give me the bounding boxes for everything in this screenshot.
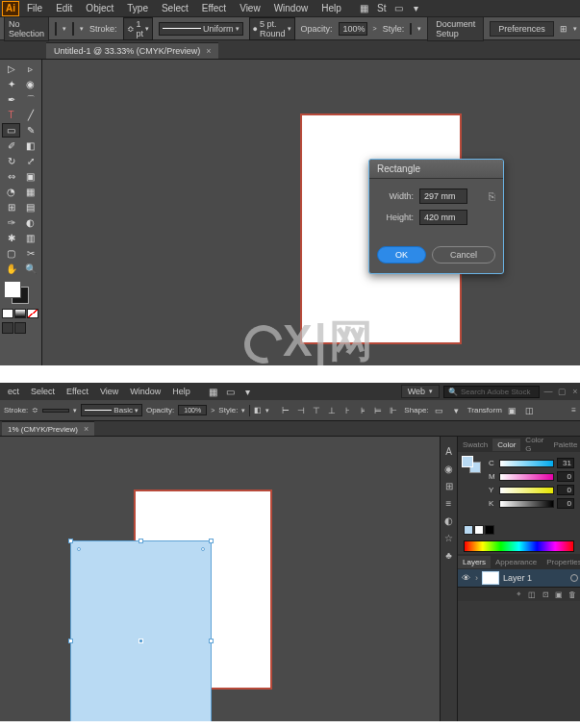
menu-view[interactable]: View [234,1,266,15]
curvature-tool[interactable]: ⌒ [21,92,39,107]
bridge-icon[interactable]: ▦ [357,2,372,15]
eyedropper-tool[interactable]: ✑ [2,215,20,230]
stroke-weight-b[interactable] [42,409,69,413]
color-fill-stroke[interactable] [462,456,483,477]
screen-mode-normal[interactable] [2,322,13,334]
isolate-icon[interactable]: ▣ [506,405,519,416]
scale-tool[interactable]: ⤢ [21,154,39,168]
menu-effect[interactable]: Effect [196,1,232,15]
distribute-v-icon[interactable]: ⊩ [387,405,400,416]
menu-edit[interactable]: Edit [50,1,78,15]
asset-panel-icon[interactable]: ☆ [442,531,456,544]
corner-radius-tr[interactable] [201,547,205,551]
align-top-icon[interactable]: ⊥ [325,405,339,416]
visibility-icon[interactable]: 👁 [460,572,471,584]
zoom-tool[interactable]: 🔍 [21,262,39,276]
fill-mode-gradient[interactable] [14,309,26,318]
locate-icon[interactable]: ⌖ [513,590,524,599]
tab-swatches[interactable]: Swatch [458,439,492,451]
slice-tool[interactable]: ✂ [21,246,39,261]
swatches-panel-icon[interactable]: ⊞ [442,479,456,492]
graph-tool[interactable]: ▥ [21,231,39,245]
opacity-value[interactable]: 100% [339,22,367,36]
delete-layer-icon[interactable]: 🗑 [567,590,578,599]
menu-window[interactable]: Window [268,1,315,15]
stroke-drop[interactable]: ▾ [73,407,77,414]
stroke-weight[interactable]: ≎1 pt▾ [123,17,154,40]
black-slider[interactable] [499,500,554,508]
stroke-drop-icon[interactable]: ▾ [80,25,84,33]
symbol-sprayer-tool[interactable]: ✱ [2,231,20,245]
direct-selection-tool[interactable]: ▹ [21,62,39,76]
arrange-drop-icon[interactable]: ▾ [409,2,424,15]
style-swatch[interactable] [410,23,412,35]
menu-effect-b[interactable]: Effect [63,385,92,398]
menu-help[interactable]: Help [315,1,347,15]
menu-window-b[interactable]: Window [126,385,164,398]
tab-palette[interactable]: Palette [548,439,580,451]
tab-layers[interactable]: Layers [458,556,491,568]
width-tool[interactable]: ⇔ [2,169,20,184]
fill-swatch[interactable] [55,22,57,36]
corner-radius-tl[interactable] [77,547,81,551]
maximize-icon[interactable]: ▢ [557,387,567,396]
character-panel-icon[interactable]: A [442,444,456,458]
preferences-button[interactable]: Preferences [490,21,554,37]
style-drop-icon[interactable]: ▾ [417,25,421,33]
handle-tr[interactable] [209,539,214,543]
tab-properties[interactable]: Properties [542,556,580,568]
opacity-drop-b[interactable]: > [211,407,214,414]
perspective-tool[interactable]: ▦ [21,185,39,199]
yellow-value[interactable]: 0 [557,485,574,495]
artboard-tool[interactable]: ▢ [2,246,20,261]
selection-tool[interactable]: ▷ [2,62,20,76]
fill-mode-none[interactable] [27,309,38,318]
cancel-button[interactable]: Cancel [432,246,495,264]
bridge-icon-b[interactable]: ▦ [206,385,221,398]
arrange-drop-icon-b[interactable]: ▾ [240,385,256,398]
magenta-slider[interactable] [499,473,554,481]
document-tab-bottom[interactable]: 1% (CMYK/Preview) × [2,421,94,436]
blend-tool[interactable]: ◐ [21,215,39,230]
shape-rect-icon[interactable]: ▭ [433,405,446,416]
lasso-tool[interactable]: ◉ [21,77,39,91]
ok-button[interactable]: OK [377,246,426,264]
close-icon[interactable]: × [570,387,580,396]
layer-name[interactable]: Layer 1 [503,573,532,583]
cyan-value[interactable]: 31 [557,458,574,468]
align-icon[interactable]: ⊞ [560,24,567,34]
shape-builder-tool[interactable]: ◔ [2,185,20,199]
canvas-bottom[interactable] [0,437,440,721]
tab-color-guide[interactable]: Color G [520,434,548,455]
document-tab[interactable]: Untitled-1 @ 33.33% (CMYK/Preview) × [46,42,218,59]
brush-def[interactable]: ●5 pt. Round▾ [249,17,295,40]
panel-menu-icon[interactable]: ≡ [571,406,576,414]
rotate-tool[interactable]: ↻ [2,154,20,168]
search-input[interactable]: 🔍 Search Adobe Stock [443,386,540,398]
gradient-panel-icon[interactable]: ◐ [442,514,456,527]
fill-stroke-control[interactable] [2,279,39,306]
opacity-value-b[interactable]: 100% [178,405,207,415]
shaper-tool[interactable]: ✐ [2,138,20,153]
tab-close-b[interactable]: × [84,424,88,434]
minimize-icon[interactable]: — [543,387,553,396]
stroke-swatch[interactable] [72,22,74,36]
menu-file[interactable]: File [21,1,48,15]
swatch-black[interactable] [485,525,494,535]
yellow-slider[interactable] [499,487,554,494]
fill-drop-icon[interactable]: ▾ [63,25,66,33]
gradient-tool[interactable]: ▤ [21,200,39,214]
fill-mode-color[interactable] [2,309,13,318]
align-bottom-icon[interactable]: ⊧ [356,405,369,416]
workspace-switcher[interactable]: Web▾ [401,385,440,398]
mesh-tool[interactable]: ⊞ [2,200,20,214]
library-panel-icon[interactable]: ♣ [442,548,456,562]
new-layer-icon[interactable]: ▣ [553,590,565,599]
rectangle-shape[interactable] [70,540,212,721]
align-center-v-icon[interactable]: ⊦ [340,405,354,416]
arrange-icon[interactable]: ▭ [391,2,407,15]
align-drop-icon[interactable]: ▾ [573,25,577,33]
brush-basic[interactable]: Basic▾ [81,404,142,416]
stroke-profile[interactable]: Uniform▾ [159,22,243,36]
menu-ect[interactable]: ect [4,385,23,398]
